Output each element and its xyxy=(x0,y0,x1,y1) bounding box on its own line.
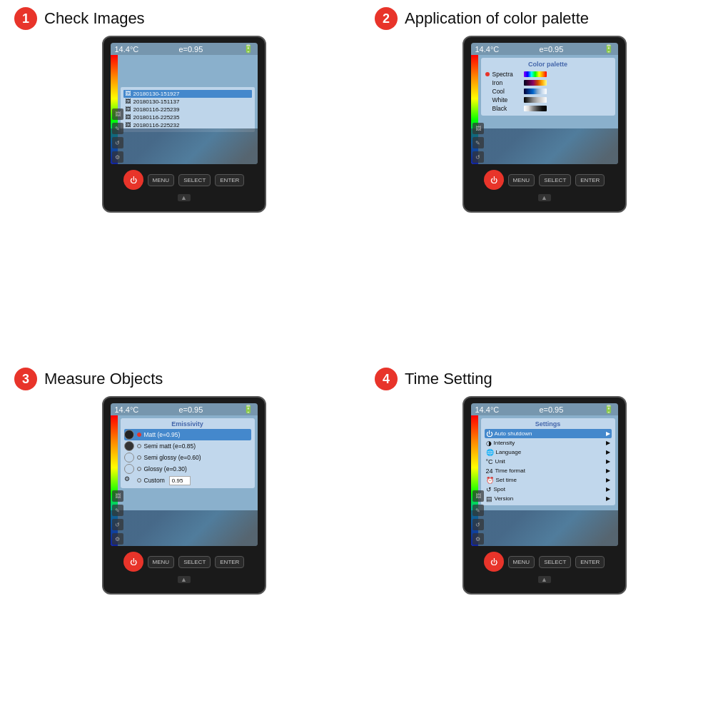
title-time-setting: Time Setting xyxy=(405,370,492,388)
thermal-bg-1 xyxy=(111,128,258,164)
header-measure-objects: 3 Measure Objects xyxy=(7,368,163,390)
nav-arrow-1: ▲ xyxy=(178,194,191,201)
side-icons-4: 🖼 ✎ ↺ ⚙ xyxy=(472,490,484,545)
file-item-2[interactable]: 🖼 20180116-225239 xyxy=(123,106,252,113)
step-3-circle: 3 xyxy=(14,368,37,390)
enter-btn-1[interactable]: ENTER xyxy=(215,174,244,186)
power-btn-4[interactable]: ⏻ xyxy=(484,552,504,572)
thermal-bg-3 xyxy=(111,510,258,546)
screen-header-1: 14.4°C e=0.95 🔋 xyxy=(111,43,258,55)
power-btn-3[interactable]: ⏻ xyxy=(123,552,143,572)
settings-row-1[interactable]: ◑ Intensity ▶ xyxy=(485,438,612,448)
power-btn-2[interactable]: ⏻ xyxy=(484,170,504,190)
select-btn-3[interactable]: SELECT xyxy=(178,556,211,568)
nav-arrow-2: ▲ xyxy=(538,194,551,201)
device-frame-3: 14.4°C e=0.95 🔋 Emissivity Matt (e=0.95) xyxy=(102,396,266,595)
emissivity-row-3[interactable]: Glossy (e=0.30) xyxy=(124,463,251,475)
emissivity-row-0[interactable]: Matt (e=0.95) xyxy=(124,429,251,440)
screen-2: 14.4°C e=0.95 🔋 Color palette Spectra xyxy=(471,43,618,164)
header-time-setting: 4 Time Setting xyxy=(368,368,492,390)
select-btn-1[interactable]: SELECT xyxy=(178,174,211,186)
palette-title: Color palette xyxy=(485,61,611,68)
side-icons-3: 🖼 ✎ ↺ ⚙ xyxy=(112,490,123,545)
screen-body-2: Color palette Spectra Iron xyxy=(471,55,618,164)
device-frame-2: 14.4°C e=0.95 🔋 Color palette Spectra xyxy=(462,36,627,213)
screen-content-1: 🖼 20180130-151927 🖼 20180130-151137 🖼 20… xyxy=(118,55,258,164)
file-item-3[interactable]: 🖼 20180116-225235 xyxy=(123,113,252,121)
cell-time-setting: 4 Time Setting 14.4°C e=0.95 🔋 Settings xyxy=(368,368,721,721)
side-icons-2: 🖼 ✎ ↺ xyxy=(472,123,484,163)
file-list: 🖼 20180130-151927 🖼 20180130-151137 🖼 20… xyxy=(121,87,255,132)
settings-row-3[interactable]: °C Unit ▶ xyxy=(485,457,612,466)
btn-row-4: ⏻ MENU SELECT ENTER xyxy=(484,552,605,572)
nav-arrow-4: ▲ xyxy=(538,576,551,583)
main-grid: 1 Check Images 14.4°C e=0.95 🔋 🖼 201 xyxy=(0,0,728,728)
emissivity-row-2[interactable]: Semi glossy (e=0.60) xyxy=(124,452,251,463)
title-measure-objects: Measure Objects xyxy=(44,370,163,388)
settings-row-6[interactable]: ↺ Spot ▶ xyxy=(485,485,612,494)
swatch-white xyxy=(524,97,547,103)
file-item-1[interactable]: 🖼 20180130-151137 xyxy=(123,98,252,106)
side-icons-1: 🖼 ✎ ↺ ⚙ xyxy=(112,108,123,163)
screen-4: 14.4°C e=0.95 🔋 Settings ⏻ Auto shutdown xyxy=(471,403,618,546)
settings-panel: Settings ⏻ Auto shutdown ▶ ◑ xyxy=(481,418,615,505)
screen-content-2: Color palette Spectra Iron xyxy=(478,55,618,164)
palette-row-1[interactable]: Iron xyxy=(485,79,611,87)
thermal-bg-4 xyxy=(471,510,618,546)
emissivity-row-4[interactable]: ⚙ Custom 0.95 xyxy=(124,475,251,486)
btn-row-1: ⏻ MENU SELECT ENTER xyxy=(123,170,245,190)
screen-header-3: 14.4°C e=0.95 🔋 xyxy=(111,403,258,415)
settings-row-7[interactable]: ▤ Version ▶ xyxy=(485,494,612,503)
menu-btn-1[interactable]: MENU xyxy=(148,174,175,186)
device-frame-4: 14.4°C e=0.95 🔋 Settings ⏻ Auto shutdown xyxy=(462,396,627,595)
enter-btn-3[interactable]: ENTER xyxy=(215,556,244,568)
screen-header-2: 14.4°C e=0.95 🔋 xyxy=(471,43,618,55)
select-btn-4[interactable]: SELECT xyxy=(539,556,571,568)
palette-row-3[interactable]: White xyxy=(485,96,611,104)
menu-btn-3[interactable]: MENU xyxy=(148,556,175,568)
swatch-iron xyxy=(524,80,547,86)
screen-header-4: 14.4°C e=0.95 🔋 xyxy=(471,403,618,415)
menu-btn-4[interactable]: MENU xyxy=(508,556,535,568)
emissivity-icon-matt xyxy=(124,430,134,440)
cell-color-palette: 2 Application of color palette 14.4°C e=… xyxy=(368,7,721,360)
settings-row-4[interactable]: 24 Time format ▶ xyxy=(485,466,612,475)
enter-btn-2[interactable]: ENTER xyxy=(575,174,605,186)
power-btn-1[interactable]: ⏻ xyxy=(123,170,143,190)
cell-check-images: 1 Check Images 14.4°C e=0.95 🔋 🖼 201 xyxy=(7,7,360,360)
device-frame-1: 14.4°C e=0.95 🔋 🖼 20180130-151927 xyxy=(102,36,266,213)
header-color-palette: 2 Application of color palette xyxy=(368,7,589,30)
screen-content-4: Settings ⏻ Auto shutdown ▶ ◑ xyxy=(478,415,618,546)
screen-body-3: Emissivity Matt (e=0.95) Semi matt (e=0.… xyxy=(111,415,258,546)
step-4-circle: 4 xyxy=(375,368,398,390)
enter-btn-4[interactable]: ENTER xyxy=(575,556,605,568)
file-item-0[interactable]: 🖼 20180130-151927 xyxy=(123,90,252,98)
step-2-circle: 2 xyxy=(375,7,398,30)
nav-arrow-3: ▲ xyxy=(178,576,191,583)
palette-row-0[interactable]: Spectra xyxy=(485,70,611,79)
menu-btn-2[interactable]: MENU xyxy=(508,174,535,186)
palette-panel: Color palette Spectra Iron xyxy=(481,58,615,116)
palette-row-4[interactable]: Black xyxy=(485,104,611,113)
emissivity-panel: Emissivity Matt (e=0.95) Semi matt (e=0.… xyxy=(121,418,255,488)
settings-row-2[interactable]: 🌐 Language ▶ xyxy=(485,448,612,457)
palette-row-2[interactable]: Cool xyxy=(485,87,611,96)
header-check-images: 1 Check Images xyxy=(7,7,145,30)
screen-content-3: Emissivity Matt (e=0.95) Semi matt (e=0.… xyxy=(118,415,258,546)
screen-1: 14.4°C e=0.95 🔋 🖼 20180130-151927 xyxy=(111,43,258,164)
settings-row-0[interactable]: ⏻ Auto shutdown ▶ xyxy=(485,429,612,438)
title-color-palette: Application of color palette xyxy=(405,9,589,28)
emissivity-row-1[interactable]: Semi matt (e=0.85) xyxy=(124,440,251,452)
btn-row-2: ⏻ MENU SELECT ENTER xyxy=(484,170,605,190)
settings-row-5[interactable]: ⏰ Set time ▶ xyxy=(485,475,612,485)
cell-measure-objects: 3 Measure Objects 14.4°C e=0.95 🔋 Emissi… xyxy=(7,368,360,721)
title-check-images: Check Images xyxy=(44,9,145,28)
screen-3: 14.4°C e=0.95 🔋 Emissivity Matt (e=0.95) xyxy=(111,403,258,546)
step-1-circle: 1 xyxy=(14,7,37,30)
btn-row-3: ⏻ MENU SELECT ENTER xyxy=(123,552,245,572)
select-btn-2[interactable]: SELECT xyxy=(539,174,571,186)
screen-body-1: 🖼 20180130-151927 🖼 20180130-151137 🖼 20… xyxy=(111,55,258,164)
screen-body-4: Settings ⏻ Auto shutdown ▶ ◑ xyxy=(471,415,618,546)
swatch-spectra xyxy=(524,71,547,77)
swatch-cool xyxy=(524,89,547,94)
